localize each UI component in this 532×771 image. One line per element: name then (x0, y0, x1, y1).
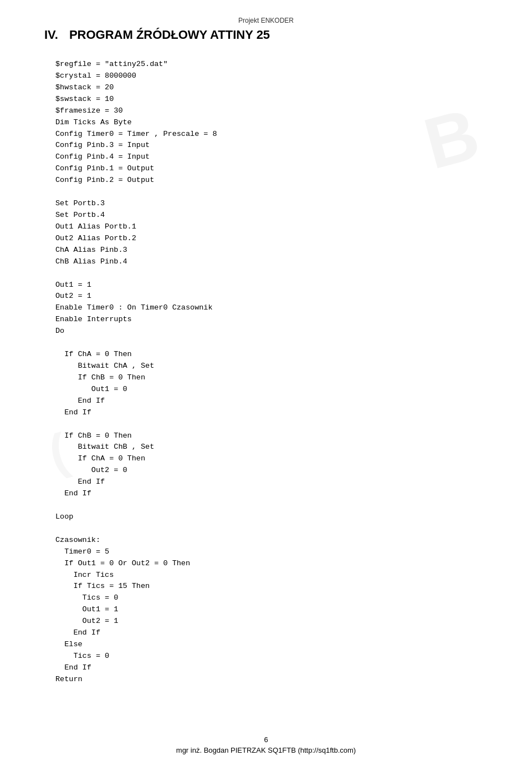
code-block: $regfile = "attiny25.dat" $crystal = 800… (55, 59, 488, 686)
section-heading: PROGRAM ŹRÓDŁOWY ATTINY 25 (69, 28, 270, 42)
section-title: IV. PROGRAM ŹRÓDŁOWY ATTINY 25 (44, 28, 488, 42)
footer-page-number: 6 (0, 736, 532, 744)
header-project: Projekt ENKODER (44, 17, 488, 24)
section-number: IV. (44, 28, 58, 42)
footer-author: mgr inż. Bogdan PIETRZAK SQ1FTB (http://… (0, 746, 532, 754)
page: B ( Projekt ENKODER IV. PROGRAM ŹRÓDŁOWY… (0, 0, 532, 771)
footer: 6 mgr inż. Bogdan PIETRZAK SQ1FTB (http:… (0, 736, 532, 754)
